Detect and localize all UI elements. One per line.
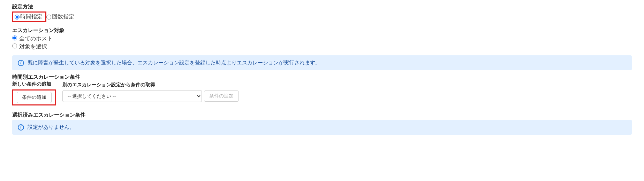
radio-count-item[interactable]: 回数指定	[46, 13, 74, 21]
setting-method-radios: 時間指定 回数指定	[12, 11, 632, 22]
no-settings-text: 設定がありません。	[28, 124, 75, 131]
escalation-target-radios: 全てのホスト 対象を選択	[12, 35, 632, 50]
from-other-label: 別のエスカレーション設定から条件の取得	[62, 82, 239, 88]
info-icon: i	[18, 60, 24, 66]
add-condition-button[interactable]: 条件の追加	[17, 92, 52, 103]
radio-count-input[interactable]	[46, 15, 51, 19]
add-new-condition-label: 新しい条件の追加	[12, 81, 56, 87]
setting-method-group: 設定方法 時間指定 回数指定	[12, 3, 632, 22]
escalation-source-select[interactable]: -- 選択してください --	[62, 90, 202, 102]
highlight-add-condition: 条件の追加	[12, 89, 56, 105]
info-banner-no-settings: i 設定がありません。	[12, 120, 632, 135]
conditions-row: 新しい条件の追加 条件の追加 別のエスカレーション設定から条件の取得 -- 選択…	[12, 82, 632, 105]
radio-select-target-label[interactable]: 対象を選択	[19, 44, 47, 49]
from-other-condition-col: 別のエスカレーション設定から条件の取得 -- 選択してください -- 条件の追加	[62, 82, 239, 102]
radio-select-target-input[interactable]	[12, 44, 17, 48]
radio-all-hosts-input[interactable]	[12, 36, 17, 40]
selected-conditions-group: 選択済みエスカレーション条件 i 設定がありません。	[12, 112, 632, 135]
radio-all-hosts-item[interactable]: 全てのホスト	[12, 35, 630, 42]
radio-select-target-item[interactable]: 対象を選択	[12, 43, 630, 50]
time-conditions-label: 時間別エスカレーション条件	[12, 74, 632, 80]
escalation-target-label: エスカレーション対象	[12, 27, 632, 34]
radio-all-hosts-label[interactable]: 全てのホスト	[19, 36, 53, 41]
radio-time-item[interactable]: 時間指定	[15, 13, 43, 21]
radio-time-input[interactable]	[15, 15, 20, 19]
radio-count-label[interactable]: 回数指定	[52, 13, 74, 21]
selected-conditions-label: 選択済みエスカレーション条件	[12, 112, 632, 118]
add-condition-from-other-button[interactable]: 条件の追加	[204, 90, 239, 102]
info-banner-existing-failure: i 既に障害が発生している対象を選択した場合、エスカレーション設定を登録した時点…	[12, 55, 632, 70]
info-banner-text: 既に障害が発生している対象を選択した場合、エスカレーション設定を登録した時点より…	[28, 60, 320, 66]
escalation-target-group: エスカレーション対象 全てのホスト 対象を選択	[12, 27, 632, 50]
highlight-time-option: 時間指定	[12, 11, 46, 22]
setting-method-label: 設定方法	[12, 3, 632, 10]
radio-time-label[interactable]: 時間指定	[20, 13, 43, 21]
add-new-condition-col: 新しい条件の追加 条件の追加	[12, 81, 56, 105]
info-icon: i	[18, 124, 24, 131]
from-other-controls: -- 選択してください -- 条件の追加	[62, 90, 239, 102]
